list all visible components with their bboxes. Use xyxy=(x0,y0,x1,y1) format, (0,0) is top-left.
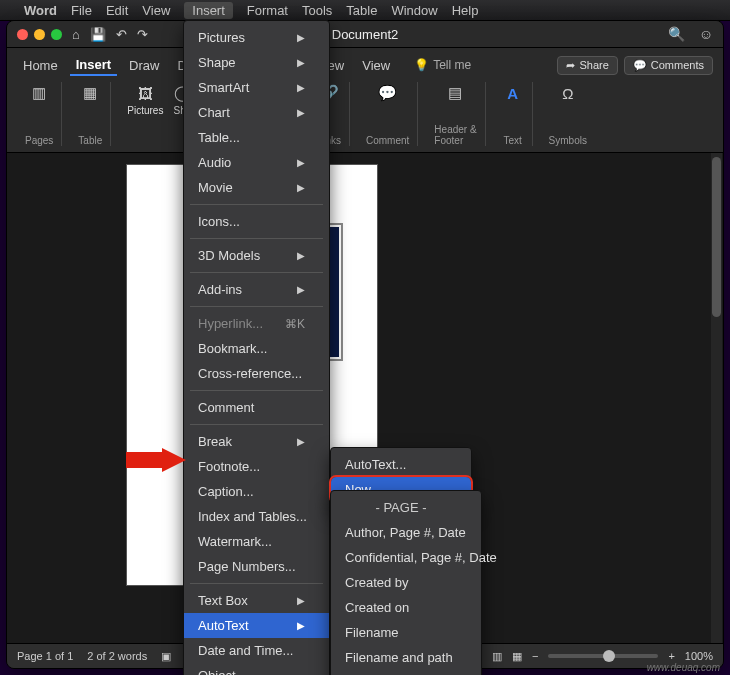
menu-icons[interactable]: Icons... xyxy=(184,209,329,234)
tutorial-arrow-icon xyxy=(126,448,186,472)
chevron-right-icon: ▶ xyxy=(297,57,305,68)
minimize-window-button[interactable] xyxy=(34,29,45,40)
submenu-confidential[interactable]: Confidential, Page #, Date xyxy=(331,545,481,570)
submenu-created-by[interactable]: Created by xyxy=(331,570,481,595)
comments-button[interactable]: 💬 Comments xyxy=(624,56,713,75)
menu-bookmark[interactable]: Bookmark... xyxy=(184,336,329,361)
menu-shape[interactable]: Shape▶ xyxy=(184,50,329,75)
comment-button[interactable]: 💬 xyxy=(377,82,399,104)
menubar-help[interactable]: Help xyxy=(452,3,479,18)
text-button[interactable]: A xyxy=(502,82,524,104)
menubar-file[interactable]: File xyxy=(71,3,92,18)
status-words[interactable]: 2 of 2 words xyxy=(87,650,147,662)
menu-table[interactable]: Table... xyxy=(184,125,329,150)
menubar-window[interactable]: Window xyxy=(391,3,437,18)
menubar-edit[interactable]: Edit xyxy=(106,3,128,18)
tell-me-search[interactable]: 💡 Tell me xyxy=(414,58,471,72)
chevron-right-icon: ▶ xyxy=(297,250,305,261)
menu-caption[interactable]: Caption... xyxy=(184,479,329,504)
ribbon-group-text: A Text xyxy=(494,82,533,146)
menu-crossref[interactable]: Cross-reference... xyxy=(184,361,329,386)
ribbon-label-header-footer: Header &Footer xyxy=(434,124,476,146)
view-print-icon[interactable]: ▥ xyxy=(492,650,502,663)
menu-textbox[interactable]: Text Box▶ xyxy=(184,588,329,613)
pictures-button[interactable]: 🖼Pictures xyxy=(127,82,163,116)
menu-footnote[interactable]: Footnote... xyxy=(184,454,329,479)
status-spellcheck-icon[interactable]: ▣ xyxy=(161,650,171,663)
titlebar: ⌂ 💾 ↶ ↷ Document2 🔍 ☺︎ xyxy=(7,21,723,48)
chevron-right-icon: ▶ xyxy=(297,107,305,118)
menu-watermark[interactable]: Watermark... xyxy=(184,529,329,554)
qat-redo-icon[interactable]: ↷ xyxy=(137,27,148,42)
menubar-format[interactable]: Format xyxy=(247,3,288,18)
menu-indextables[interactable]: Index and Tables... xyxy=(184,504,329,529)
share-button[interactable]: ➦ Share xyxy=(557,56,617,75)
menu-3dmodels[interactable]: 3D Models▶ xyxy=(184,243,329,268)
header-footer-icon: ▤ xyxy=(444,82,466,104)
submenu-last-printed[interactable]: Last printed xyxy=(331,670,481,675)
menubar-app-name[interactable]: Word xyxy=(24,3,57,18)
menu-break[interactable]: Break▶ xyxy=(184,429,329,454)
symbols-icon: Ω xyxy=(557,82,579,104)
header-footer-button[interactable]: ▤ xyxy=(444,82,466,104)
chevron-right-icon: ▶ xyxy=(297,284,305,295)
zoom-slider[interactable] xyxy=(548,654,658,658)
menubar-table[interactable]: Table xyxy=(346,3,377,18)
tab-draw[interactable]: Draw xyxy=(123,56,165,75)
pages-button[interactable]: ▥ xyxy=(28,82,50,104)
menu-datetime[interactable]: Date and Time... xyxy=(184,638,329,663)
menu-pagenumbers[interactable]: Page Numbers... xyxy=(184,554,329,579)
qat-save-icon[interactable]: 💾 xyxy=(90,27,106,42)
ribbon-group-header-footer: ▤ Header &Footer xyxy=(426,82,485,146)
ribbon-label-pages: Pages xyxy=(25,135,53,146)
submenu-filename-path[interactable]: Filename and path xyxy=(331,645,481,670)
ribbon-tabs: Home Insert Draw Design Mailings Review … xyxy=(7,48,723,78)
menu-comment[interactable]: Comment xyxy=(184,395,329,420)
chevron-right-icon: ▶ xyxy=(297,620,305,631)
search-icon[interactable]: 🔍 xyxy=(668,26,685,42)
menu-smartart[interactable]: SmartArt▶ xyxy=(184,75,329,100)
qat-home-icon[interactable]: ⌂ xyxy=(72,27,80,42)
menu-audio[interactable]: Audio▶ xyxy=(184,150,329,175)
tab-view[interactable]: View xyxy=(356,56,396,75)
menu-movie[interactable]: Movie▶ xyxy=(184,175,329,200)
ribbon-group-comment: 💬 Comment xyxy=(358,82,418,146)
zoom-level[interactable]: 100% xyxy=(685,650,713,662)
zoom-window-button[interactable] xyxy=(51,29,62,40)
user-menu-icon[interactable]: ☺︎ xyxy=(699,26,713,42)
status-page[interactable]: Page 1 of 1 xyxy=(17,650,73,662)
menu-pictures[interactable]: Pictures▶ xyxy=(184,25,329,50)
menu-chart[interactable]: Chart▶ xyxy=(184,100,329,125)
scrollbar-thumb[interactable] xyxy=(712,157,721,317)
menubar-insert[interactable]: Insert xyxy=(184,2,233,19)
zoom-slider-knob[interactable] xyxy=(603,650,615,662)
ribbon-group-tables: ▦ Table xyxy=(70,82,111,146)
chevron-right-icon: ▶ xyxy=(297,157,305,168)
submenu-created-on[interactable]: Created on xyxy=(331,595,481,620)
submenu-author-page-date[interactable]: Author, Page #, Date xyxy=(331,520,481,545)
symbols-button[interactable]: Ω xyxy=(557,82,579,104)
submenu-autotext[interactable]: AutoText... xyxy=(331,452,471,477)
chevron-right-icon: ▶ xyxy=(297,595,305,606)
menu-object[interactable]: Object... xyxy=(184,663,329,675)
table-button[interactable]: ▦ xyxy=(79,82,101,104)
submenu-page-header: - PAGE - xyxy=(331,495,481,520)
text-icon: A xyxy=(502,82,524,104)
menubar-tools[interactable]: Tools xyxy=(302,3,332,18)
menu-autotext[interactable]: AutoText▶ xyxy=(184,613,329,638)
close-window-button[interactable] xyxy=(17,29,28,40)
view-web-icon[interactable]: ▦ xyxy=(512,650,522,663)
pictures-icon: 🖼 xyxy=(134,82,156,104)
submenu-filename[interactable]: Filename xyxy=(331,620,481,645)
menu-hyperlink-shortcut: ⌘K xyxy=(285,317,305,331)
zoom-in-button[interactable]: + xyxy=(668,650,674,662)
menu-addins[interactable]: Add-ins▶ xyxy=(184,277,329,302)
qat-undo-icon[interactable]: ↶ xyxy=(116,27,127,42)
macos-menubar: Word File Edit View Insert Format Tools … xyxy=(0,0,730,21)
tab-home[interactable]: Home xyxy=(17,56,64,75)
zoom-out-button[interactable]: − xyxy=(532,650,538,662)
vertical-scrollbar[interactable] xyxy=(711,153,722,643)
menu-hyperlink[interactable]: Hyperlink...⌘K xyxy=(184,311,329,336)
menubar-view[interactable]: View xyxy=(142,3,170,18)
tab-insert[interactable]: Insert xyxy=(70,55,117,76)
